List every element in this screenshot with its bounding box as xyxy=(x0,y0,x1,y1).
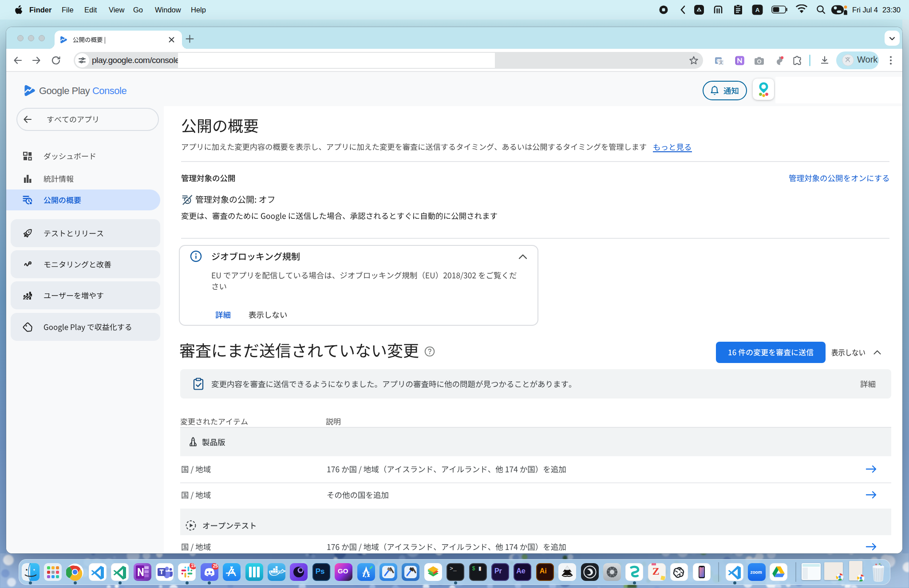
svg-text:A: A xyxy=(755,7,760,13)
svg-text:文: 文 xyxy=(719,59,723,65)
